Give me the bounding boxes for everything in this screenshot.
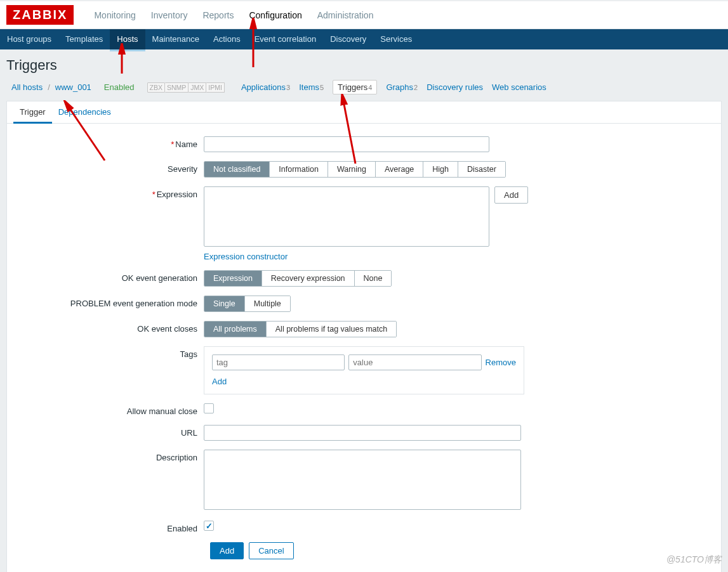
submit-button[interactable]: Add <box>210 542 244 559</box>
badge-ipmi: IPMI <box>206 82 225 93</box>
interface-badges: ZBX SNMP JMX IPMI <box>147 82 225 93</box>
subnav-maintenance[interactable]: Maintenance <box>145 29 206 49</box>
badge-jmx: JMX <box>189 82 206 93</box>
hnav-web-scenarios[interactable]: Web scenarios <box>492 82 546 92</box>
input-description[interactable] <box>204 450 521 510</box>
nav-administration[interactable]: Administration <box>310 1 381 30</box>
ok-event-gen-segment: Expression Recovery expression None <box>204 270 392 287</box>
checkbox-allow-manual-close[interactable] <box>204 403 214 413</box>
hnav-graphs[interactable]: Graphs2 <box>386 82 418 92</box>
label-severity: Severity <box>13 161 204 174</box>
sev-not-classified[interactable]: Not classified <box>204 162 270 177</box>
trigger-form: *Name Severity Not classified Informatio… <box>7 124 721 572</box>
page-title: Triggers <box>0 49 728 80</box>
okgen-recovery[interactable]: Recovery expression <box>262 271 355 286</box>
sev-average[interactable]: Average <box>376 162 423 177</box>
sev-high[interactable]: High <box>423 162 458 177</box>
input-name[interactable] <box>204 136 489 152</box>
label-ok-event-generation: OK event generation <box>13 270 204 283</box>
sev-disaster[interactable]: Disaster <box>458 162 505 177</box>
breadcrumb: All hosts / www_001 Enabled ZBX SNMP JMX… <box>0 80 728 101</box>
form-tabs: Trigger Dependencies <box>7 101 721 124</box>
top-nav: Monitoring Inventory Reports Configurati… <box>86 1 381 30</box>
tag-remove-link[interactable]: Remove <box>486 358 516 367</box>
okgen-none[interactable]: None <box>355 271 392 286</box>
hnav-triggers[interactable]: Triggers4 <box>333 80 377 94</box>
severity-segment: Not classified Information Warning Avera… <box>204 161 506 178</box>
hnav-discovery-rules[interactable]: Discovery rules <box>427 82 483 92</box>
bc-sep: / <box>46 82 51 92</box>
subnav-hosts[interactable]: Hosts <box>110 29 145 49</box>
subnav-services[interactable]: Services <box>373 29 419 49</box>
nav-inventory[interactable]: Inventory <box>143 1 195 30</box>
expression-constructor-link[interactable]: Expression constructor <box>204 252 288 261</box>
sev-warning[interactable]: Warning <box>328 162 376 177</box>
label-ok-closes: OK event closes <box>13 321 204 334</box>
label-problem-mode: PROBLEM event generation mode <box>13 296 204 308</box>
bc-all-hosts[interactable]: All hosts <box>11 82 43 92</box>
pmode-single[interactable]: Single <box>204 296 245 311</box>
nav-configuration[interactable]: Configuration <box>241 1 309 30</box>
checkbox-enabled[interactable] <box>204 521 214 531</box>
tags-box: Remove Add <box>204 346 524 394</box>
subnav-discovery[interactable]: Discovery <box>323 29 373 49</box>
tab-trigger[interactable]: Trigger <box>13 101 52 124</box>
subnav-actions[interactable]: Actions <box>206 29 248 49</box>
bc-status: Enabled <box>104 82 135 92</box>
subnav-templates[interactable]: Templates <box>58 29 110 49</box>
input-tag-name[interactable] <box>212 354 345 370</box>
ok-closes-segment: All problems All problems if tag values … <box>204 321 397 337</box>
bc-host[interactable]: www_001 <box>55 82 91 92</box>
tag-add-link[interactable]: Add <box>212 377 227 386</box>
label-expression: *Expression <box>13 186 204 199</box>
badge-zbx: ZBX <box>147 82 165 93</box>
cancel-button[interactable]: Cancel <box>249 542 293 559</box>
label-enabled: Enabled <box>13 521 204 533</box>
label-tags: Tags <box>13 346 204 359</box>
label-description: Description <box>13 450 204 462</box>
pmode-multiple[interactable]: Multiple <box>245 296 290 311</box>
okcloses-all[interactable]: All problems <box>204 322 267 337</box>
sev-information[interactable]: Information <box>270 162 328 177</box>
okcloses-tag[interactable]: All problems if tag values match <box>267 322 396 337</box>
input-expression[interactable] <box>204 186 489 247</box>
label-url: URL <box>13 425 204 438</box>
content: Trigger Dependencies *Name Severity Not … <box>6 101 722 572</box>
sub-nav: Host groups Templates Hosts Maintenance … <box>0 29 728 49</box>
nav-reports[interactable]: Reports <box>195 1 241 30</box>
okgen-expression[interactable]: Expression <box>204 271 262 286</box>
input-url[interactable] <box>204 425 521 441</box>
expression-add-button[interactable]: Add <box>494 186 528 204</box>
badge-snmp: SNMP <box>165 82 189 93</box>
subnav-host-groups[interactable]: Host groups <box>0 29 58 49</box>
nav-monitoring[interactable]: Monitoring <box>86 1 143 30</box>
hnav-applications[interactable]: Applications3 <box>241 82 290 92</box>
label-allow-manual-close: Allow manual close <box>13 403 204 416</box>
top-bar: ZABBIX Monitoring Inventory Reports Conf… <box>0 0 728 29</box>
input-tag-value[interactable] <box>348 354 481 370</box>
tag-row: Remove <box>212 354 516 370</box>
problem-mode-segment: Single Multiple <box>204 296 291 312</box>
logo[interactable]: ZABBIX <box>6 5 74 25</box>
hnav-items[interactable]: Items5 <box>299 82 324 92</box>
label-name: *Name <box>13 136 204 149</box>
tab-dependencies[interactable]: Dependencies <box>52 101 117 123</box>
subnav-event-correlation[interactable]: Event correlation <box>248 29 324 49</box>
